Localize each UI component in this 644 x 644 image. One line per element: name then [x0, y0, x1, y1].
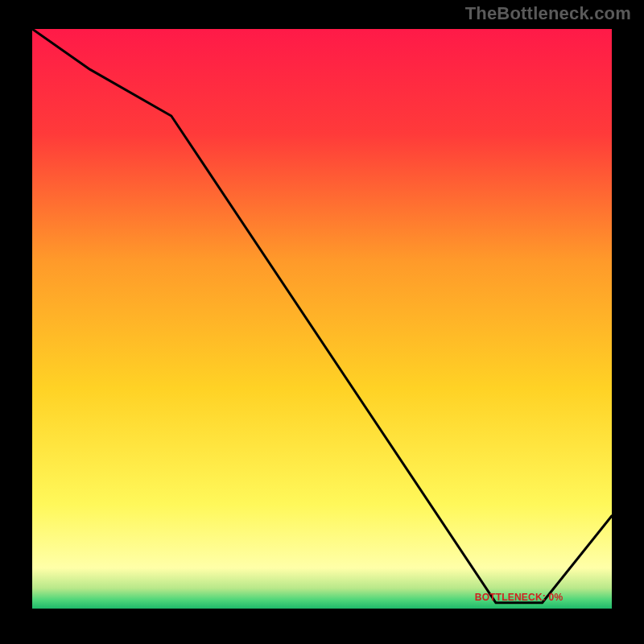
- plot-area: BOTTLENECK: 0%: [32, 29, 612, 609]
- brand-watermark: TheBottleneck.com: [465, 3, 631, 24]
- chart-frame: TheBottleneck.com BOTTLENECK: 0%: [0, 0, 644, 644]
- gradient-background: [32, 29, 612, 609]
- optimal-label: BOTTLENECK: 0%: [475, 592, 563, 603]
- chart-svg: [32, 29, 612, 609]
